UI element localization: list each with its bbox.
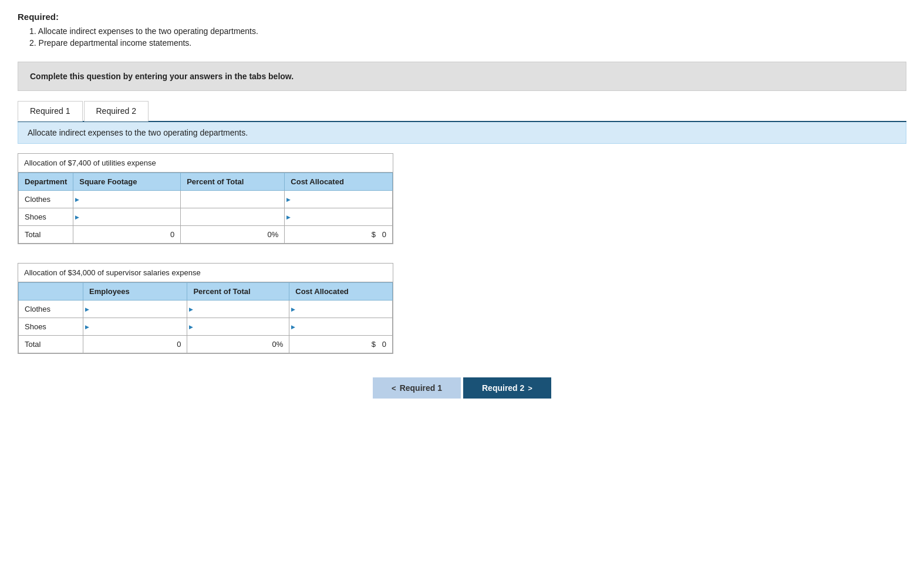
sal-col-pct: Percent of Total	[187, 283, 289, 301]
sal-total-pct: 0%	[187, 336, 289, 353]
next-label: Required 2	[482, 383, 524, 393]
ut-sqft-clothes-input[interactable]	[73, 191, 180, 208]
utilities-table-title: Allocation of $7,400 of utilities expens…	[18, 154, 393, 173]
sal-pct-clothes-cell[interactable]	[187, 301, 289, 318]
ut-col-dept: Department	[19, 173, 73, 191]
sal-total-dollar: $	[372, 340, 376, 349]
tabs-row: Required 1 Required 2	[18, 100, 906, 122]
ut-pct-clothes-input[interactable]	[181, 191, 284, 208]
prev-arrow: <	[392, 384, 396, 393]
sal-cost-clothes-cell[interactable]	[289, 301, 393, 318]
ut-sqft-shoes-input[interactable]	[73, 208, 180, 225]
ut-col-pct: Percent of Total	[181, 173, 285, 191]
ut-sqft-shoes-cell[interactable]	[73, 208, 181, 226]
required-section: Required: 1. Allocate indirect expenses …	[18, 12, 906, 48]
required-heading: Required:	[18, 12, 906, 22]
sal-emp-clothes-cell[interactable]	[83, 301, 187, 318]
required-list: 1. Allocate indirect expenses to the two…	[29, 26, 906, 48]
required-item-1: 1. Allocate indirect expenses to the two…	[29, 26, 906, 36]
sal-col-emp: Employees	[83, 283, 187, 301]
tab-content-header: Allocate indirect expenses to the two op…	[18, 122, 906, 144]
sal-row-shoes: Shoes	[19, 318, 393, 336]
sal-row-total: Total 0 0% $ 0	[19, 336, 393, 353]
ut-dept-clothes: Clothes	[19, 191, 73, 208]
ut-sqft-clothes-cell[interactable]	[73, 191, 181, 208]
sal-emp-shoes-cell[interactable]	[83, 318, 187, 336]
sal-emp-shoes-input[interactable]	[83, 318, 187, 335]
sal-pct-shoes-cell[interactable]	[187, 318, 289, 336]
utilities-table-wrapper: Allocation of $7,400 of utilities expens…	[18, 153, 393, 244]
table-spacer	[18, 254, 906, 263]
next-button[interactable]: Required 2 >	[463, 377, 551, 399]
sal-total-label: Total	[19, 336, 83, 353]
salaries-table-title: Allocation of $34,000 of supervisor sala…	[18, 264, 393, 282]
ut-total-pct: 0%	[181, 226, 285, 244]
sal-pct-shoes-input[interactable]	[187, 318, 289, 335]
ut-pct-shoes-cell[interactable]	[181, 208, 285, 226]
ut-total-label: Total	[19, 226, 73, 244]
sal-cost-clothes-input[interactable]	[289, 301, 392, 318]
sal-emp-clothes-input[interactable]	[83, 301, 187, 318]
ut-row-shoes: Shoes	[19, 208, 393, 226]
sal-total-cost: $ 0	[289, 336, 393, 353]
ut-cost-shoes-input[interactable]	[285, 208, 392, 225]
ut-row-total: Total 0 0% $ 0	[19, 226, 393, 244]
tabs-container: Required 1 Required 2 Allocate indirect …	[18, 100, 906, 363]
required-item-2: 2. Prepare departmental income statement…	[29, 38, 906, 48]
ut-col-cost: Cost Allocated	[285, 173, 393, 191]
ut-cost-clothes-input[interactable]	[285, 191, 392, 208]
ut-total-sqft: 0	[73, 226, 181, 244]
ut-dept-shoes: Shoes	[19, 208, 73, 226]
ut-pct-clothes-cell[interactable]	[181, 191, 285, 208]
ut-cost-shoes-cell[interactable]	[285, 208, 393, 226]
sal-cost-shoes-cell[interactable]	[289, 318, 393, 336]
sal-col-cost: Cost Allocated	[289, 283, 393, 301]
ut-total-cost-val: 0	[382, 230, 386, 239]
sal-col-dept	[19, 283, 83, 301]
next-arrow: >	[528, 384, 532, 393]
ut-total-dollar: $	[372, 230, 376, 239]
instruction-box: Complete this question by entering your …	[18, 62, 906, 91]
ut-row-clothes: Clothes	[19, 191, 393, 208]
sal-dept-clothes: Clothes	[19, 301, 83, 318]
prev-button[interactable]: < Required 1	[373, 377, 461, 399]
salaries-table: Employees Percent of Total Cost Allocate…	[18, 282, 393, 353]
salaries-table-wrapper: Allocation of $34,000 of supervisor sala…	[18, 263, 393, 354]
utilities-table: Department Square Footage Percent of Tot…	[18, 173, 393, 244]
bottom-nav: < Required 1 Required 2 >	[18, 377, 906, 399]
ut-total-cost: $ 0	[285, 226, 393, 244]
sal-row-clothes: Clothes	[19, 301, 393, 318]
tab-required-2[interactable]: Required 2	[84, 101, 149, 121]
sal-cost-shoes-input[interactable]	[289, 318, 392, 335]
sal-dept-shoes: Shoes	[19, 318, 83, 336]
instruction-text: Complete this question by entering your …	[30, 72, 894, 81]
ut-col-sqft: Square Footage	[73, 173, 181, 191]
sal-total-cost-val: 0	[382, 340, 386, 349]
prev-label: Required 1	[400, 383, 442, 393]
tab-required-1[interactable]: Required 1	[18, 101, 83, 121]
sal-pct-clothes-input[interactable]	[187, 301, 289, 318]
ut-pct-shoes-input[interactable]	[181, 208, 284, 225]
sal-total-emp: 0	[83, 336, 187, 353]
ut-cost-clothes-cell[interactable]	[285, 191, 393, 208]
